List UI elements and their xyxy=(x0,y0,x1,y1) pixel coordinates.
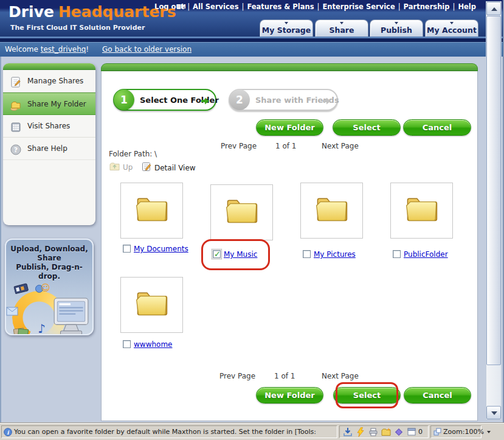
grid-icon xyxy=(10,120,22,132)
zoom-level-label: Zoom:100% xyxy=(443,428,484,436)
music-note-icon: ♪ xyxy=(38,321,46,335)
older-version-link[interactable]: Go back to older version xyxy=(102,45,192,54)
prev-page-link-top[interactable]: Prev Page xyxy=(221,142,257,150)
download-icon[interactable] xyxy=(343,427,353,437)
folder-link[interactable]: My Pictures xyxy=(314,250,356,259)
cancel-button-top[interactable]: Cancel xyxy=(403,119,471,136)
status-message: You can open a favorite folder by defaul… xyxy=(14,428,316,436)
status-icon-tray: 0 xyxy=(339,425,429,438)
logo-primary: Drive xyxy=(9,3,54,21)
status-message-panel: i You can open a favorite folder by defa… xyxy=(1,425,337,438)
next-page-link-bottom[interactable]: Next Page xyxy=(322,372,359,380)
wizard-step-2: 2 Share with Friends xyxy=(229,89,338,111)
window-icon[interactable] xyxy=(407,427,416,436)
checkbox[interactable] xyxy=(393,250,401,258)
photos-icon xyxy=(13,326,29,335)
folder-icon xyxy=(134,288,170,318)
nav-enterprise-service[interactable]: Enterprise Service xyxy=(322,2,395,11)
tab-publish[interactable]: Publish xyxy=(370,19,423,37)
sidebar-item-label: Share My Folder xyxy=(27,100,86,108)
printer-icon[interactable] xyxy=(368,427,378,437)
help-icon: ? xyxy=(10,142,22,155)
nav-separator: | xyxy=(317,2,320,11)
username-link[interactable]: test_drivehq xyxy=(41,45,86,54)
vertical-scrollbar[interactable] xyxy=(486,1,502,420)
nav-features-plans[interactable]: Features & Plans xyxy=(247,2,314,11)
checkbox[interactable] xyxy=(123,340,131,348)
zoom-control[interactable]: Zoom:100% xyxy=(430,425,482,438)
folder-tile-publicfolder[interactable] xyxy=(390,183,453,239)
page-indicator-top: 1 of 1 xyxy=(275,142,296,150)
folder-icon xyxy=(314,194,350,223)
folder-link[interactable]: My Music xyxy=(224,250,257,259)
sidebar-item-visit-shares[interactable]: Visit Shares xyxy=(3,115,95,138)
top-nav: Log out|All Services|Features & Plans|En… xyxy=(154,2,476,11)
checkbox[interactable] xyxy=(123,245,131,253)
step-number-badge: 2 xyxy=(229,89,250,110)
window-left-edge xyxy=(0,57,1,423)
status-bar: i You can open a favorite folder by defa… xyxy=(0,423,504,440)
arrow-right-icon xyxy=(322,96,331,108)
folder-label-publicfolder: PublicFolder xyxy=(393,249,460,260)
folder-icon xyxy=(404,194,440,223)
chevron-down-icon xyxy=(487,431,491,433)
next-page-link-top[interactable]: Next Page xyxy=(322,142,359,150)
scroll-up-button[interactable] xyxy=(486,2,501,15)
logo-secondary: Headquarters xyxy=(58,3,176,21)
logo: DriveHeadquartersTM xyxy=(9,3,186,21)
folder-icon xyxy=(224,195,260,225)
sidebar-green-cap xyxy=(3,63,95,70)
promo-banner[interactable]: Upload, Download, Share Publish, Drag-n-… xyxy=(5,239,94,335)
drivehq-share-folder-page: Log out|All Services|Features & Plans|En… xyxy=(0,0,504,440)
nav-partnership[interactable]: Partnership xyxy=(404,2,450,11)
folder-tile-my-music[interactable] xyxy=(210,184,273,240)
prev-page-link-bottom[interactable]: Prev Page xyxy=(219,372,255,380)
folder-link[interactable]: My Documents xyxy=(134,245,188,253)
folder-tile-my-pictures[interactable] xyxy=(300,183,363,239)
select-button-top[interactable]: Select xyxy=(333,119,401,136)
new-folder-button-top[interactable]: New Folder xyxy=(256,119,323,136)
lightning-icon[interactable] xyxy=(356,427,365,437)
sidebar-item-manage-shares[interactable]: Manage Shares xyxy=(3,70,95,93)
select-button-bottom[interactable]: Select xyxy=(333,387,401,403)
new-folder-button-bottom[interactable]: New Folder xyxy=(256,387,323,403)
folder-link[interactable]: wwwhome xyxy=(134,340,172,349)
nav-help[interactable]: Help xyxy=(458,2,476,11)
sidebar-item-share-help[interactable]: ? Share Help xyxy=(3,138,95,160)
new-folder-icon[interactable] xyxy=(381,427,391,437)
checkbox[interactable] xyxy=(303,250,311,258)
wizard-step-1[interactable]: 1 Select One Folder xyxy=(113,89,216,111)
detail-view-button[interactable]: Detail View xyxy=(142,162,196,173)
tab-my-storage[interactable]: My Storage xyxy=(260,19,313,37)
sidebar: Manage Shares Share My Folder xyxy=(3,63,95,225)
logo-tagline: The First Cloud IT Solution Provider xyxy=(10,24,145,32)
sidebar-item-label: Manage Shares xyxy=(27,77,83,85)
cancel-button-bottom[interactable]: Cancel xyxy=(404,387,471,403)
folder-label-my-pictures: My Pictures xyxy=(303,249,370,260)
main-panel: 1 Select One Folder 2 Share with Friends… xyxy=(101,63,478,421)
scroll-down-button[interactable] xyxy=(486,406,501,419)
tab-share[interactable]: Share xyxy=(315,19,368,37)
book-icon[interactable] xyxy=(394,427,404,437)
folder-tile-my-documents[interactable] xyxy=(120,183,183,239)
note-edit-icon xyxy=(10,75,22,87)
folder-icon xyxy=(134,194,170,223)
chevron-down-icon xyxy=(395,22,398,24)
tab-label: My Storage xyxy=(262,26,311,35)
welcome-bar: Welcome test_drivehq! Go back to older v… xyxy=(0,42,504,57)
smiley-icon: ☺ xyxy=(41,282,50,293)
nav-all-services[interactable]: All Services xyxy=(193,2,238,11)
folder-link[interactable]: PublicFolder xyxy=(404,250,448,259)
sidebar-item-share-my-folder[interactable]: Share My Folder xyxy=(3,93,95,115)
logo-tm: TM xyxy=(177,4,186,10)
folder-label-wwwhome: wwwhome xyxy=(123,339,190,350)
scrollbar-thumb[interactable] xyxy=(486,16,501,365)
up-button[interactable]: Up xyxy=(109,162,133,173)
window-count: 0 xyxy=(418,428,423,436)
chevron-down-icon xyxy=(285,22,288,24)
folder-tile-wwwhome[interactable] xyxy=(120,277,183,333)
checkbox[interactable] xyxy=(213,250,221,258)
up-label: Up xyxy=(123,163,133,172)
share-folder-icon xyxy=(10,98,22,110)
tab-my-account[interactable]: My Account xyxy=(425,19,478,37)
